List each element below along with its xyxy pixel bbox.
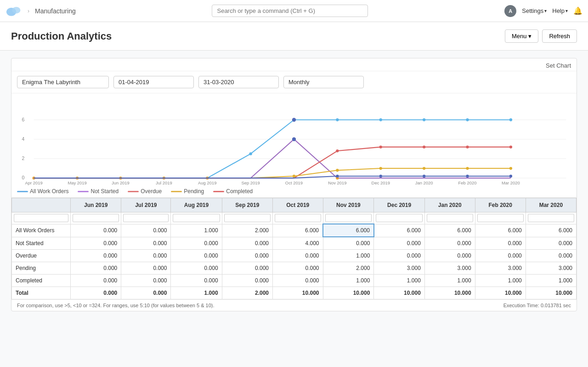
cell-value[interactable]: 6.000 bbox=[273, 224, 323, 237]
filter-input-nov2019[interactable] bbox=[325, 214, 372, 222]
filter-input-oct2019[interactable] bbox=[275, 214, 321, 222]
table-row: Not Started0.0000.0000.0000.0004.0000.00… bbox=[12, 237, 577, 250]
cell-value[interactable]: 0.000 bbox=[171, 237, 222, 250]
cell-value[interactable]: 1.000 bbox=[475, 275, 526, 287]
cell-value[interactable]: 1.000 bbox=[374, 275, 424, 287]
cell-value[interactable]: 0.000 bbox=[323, 237, 374, 250]
product-filter[interactable] bbox=[17, 76, 109, 88]
cell-value[interactable]: 0.000 bbox=[273, 262, 323, 275]
help-caret-icon: ▾ bbox=[565, 8, 568, 13]
menu-caret-icon: ▾ bbox=[528, 33, 531, 40]
search-input[interactable] bbox=[212, 5, 368, 17]
legend-completed[interactable]: Completed bbox=[213, 188, 253, 195]
period-filter[interactable] bbox=[283, 76, 364, 88]
table-filter-row bbox=[12, 212, 577, 224]
cell-value[interactable]: 0.000 bbox=[121, 224, 171, 237]
cell-value[interactable]: 6.000 bbox=[374, 224, 424, 237]
card-footer: For comparison, use >5, <10 or =324. For… bbox=[11, 299, 577, 311]
cell-value[interactable]: 4.000 bbox=[273, 237, 323, 250]
cell-value[interactable]: 3.000 bbox=[374, 262, 424, 275]
filter-input-feb2020[interactable] bbox=[477, 214, 524, 222]
settings-button[interactable]: Settings ▾ bbox=[522, 7, 547, 14]
cell-value[interactable]: 0.000 bbox=[424, 237, 475, 250]
cell-value[interactable]: 0.000 bbox=[222, 237, 272, 250]
cell-value[interactable]: 0.000 bbox=[121, 275, 171, 287]
svg-point-32 bbox=[466, 118, 469, 121]
cell-value[interactable]: 0.000 bbox=[273, 275, 323, 287]
cell-value[interactable]: 6.000 bbox=[424, 224, 475, 237]
cell-value[interactable]: 0.000 bbox=[273, 250, 323, 262]
cell-value[interactable]: 0.000 bbox=[71, 224, 121, 237]
table-total-row: Total0.0000.0001.0002.00010.00010.00010.… bbox=[12, 287, 577, 299]
cell-value[interactable]: 0.000 bbox=[171, 262, 222, 275]
table-row: Overdue0.0000.0000.0000.0000.0001.0000.0… bbox=[12, 250, 577, 262]
cell-value[interactable]: 0.000 bbox=[171, 250, 222, 262]
cell-value[interactable]: 1.000 bbox=[424, 275, 475, 287]
refresh-button[interactable]: Refresh bbox=[542, 29, 577, 43]
cell-value[interactable]: 0.000 bbox=[121, 262, 171, 275]
svg-point-27 bbox=[249, 152, 252, 155]
set-chart-button[interactable]: Set Chart bbox=[546, 62, 571, 69]
filter-input-sep2019[interactable] bbox=[224, 214, 271, 222]
filter-input-jul2019[interactable] bbox=[123, 214, 169, 222]
topbar: › Manufacturing A Settings ▾ Help ▾ 🔔 bbox=[0, 0, 588, 22]
cell-value[interactable]: 0.000 bbox=[71, 275, 121, 287]
cell-value[interactable]: 6.000 bbox=[475, 224, 526, 237]
menu-button[interactable]: Menu ▾ bbox=[505, 29, 539, 43]
cell-value[interactable]: 3.000 bbox=[475, 262, 526, 275]
table-row: All Work Orders0.0000.0001.0002.0006.000… bbox=[12, 224, 577, 237]
cell-value[interactable]: 0.000 bbox=[121, 250, 171, 262]
date-to-filter[interactable] bbox=[198, 76, 279, 88]
legend-pending[interactable]: Pending bbox=[171, 188, 204, 195]
svg-point-40 bbox=[509, 145, 512, 148]
cell-value[interactable]: 0.000 bbox=[71, 250, 121, 262]
legend-label-all: All Work Orders bbox=[30, 188, 68, 195]
cell-value[interactable]: 2.000 bbox=[222, 224, 272, 237]
cell-value[interactable]: 0.000 bbox=[424, 250, 475, 262]
cell-value[interactable]: 3.000 bbox=[424, 262, 475, 275]
cell-value[interactable]: 1.000 bbox=[171, 224, 222, 237]
cell-value[interactable]: 0.000 bbox=[222, 275, 272, 287]
cell-value[interactable]: 1.000 bbox=[323, 250, 374, 262]
set-chart-row: Set Chart bbox=[11, 58, 577, 71]
cell-value[interactable]: 0.000 bbox=[71, 262, 121, 275]
total-value: 1.000 bbox=[171, 287, 222, 299]
cell-value[interactable]: 3.000 bbox=[526, 262, 576, 275]
col-header-dec2019: Dec 2019 bbox=[374, 198, 424, 212]
cell-label: Completed bbox=[12, 275, 71, 287]
filter-cell-jul2019 bbox=[121, 212, 171, 224]
filter-input-aug2019[interactable] bbox=[173, 214, 220, 222]
svg-point-46 bbox=[509, 167, 512, 170]
cell-value[interactable]: 0.000 bbox=[526, 237, 576, 250]
help-button[interactable]: Help ▾ bbox=[552, 7, 568, 14]
notification-icon[interactable]: 🔔 bbox=[573, 6, 582, 15]
cell-value[interactable]: 0.000 bbox=[222, 250, 272, 262]
legend-all[interactable]: All Work Orders bbox=[17, 188, 68, 195]
filter-input-dec2019[interactable] bbox=[376, 214, 422, 222]
cell-value[interactable]: 0.000 bbox=[526, 250, 576, 262]
breadcrumb-chevron: › bbox=[28, 8, 29, 14]
cell-value[interactable]: 6.000 bbox=[323, 224, 374, 237]
cell-value[interactable]: 0.000 bbox=[374, 250, 424, 262]
filter-input-label[interactable] bbox=[14, 214, 68, 222]
cell-value[interactable]: 0.000 bbox=[374, 237, 424, 250]
svg-point-28 bbox=[292, 118, 296, 121]
cell-value[interactable]: 0.000 bbox=[222, 262, 272, 275]
cell-value[interactable]: 6.000 bbox=[526, 224, 576, 237]
cell-value[interactable]: 1.000 bbox=[323, 275, 374, 287]
svg-point-51 bbox=[509, 175, 512, 178]
cell-value[interactable]: 1.000 bbox=[526, 275, 576, 287]
legend-not-started[interactable]: Not Started bbox=[78, 188, 119, 195]
cell-value[interactable]: 0.000 bbox=[121, 237, 171, 250]
total-value: 2.000 bbox=[222, 287, 272, 299]
date-from-filter[interactable] bbox=[113, 76, 194, 88]
cell-value[interactable]: 0.000 bbox=[475, 250, 526, 262]
cell-value[interactable]: 2.000 bbox=[323, 262, 374, 275]
filter-input-jun2019[interactable] bbox=[73, 214, 119, 222]
cell-value[interactable]: 0.000 bbox=[475, 237, 526, 250]
filter-input-jan2020[interactable] bbox=[427, 214, 473, 222]
cell-value[interactable]: 0.000 bbox=[171, 275, 222, 287]
filter-input-mar2020[interactable] bbox=[528, 214, 574, 222]
legend-overdue[interactable]: Overdue bbox=[128, 188, 162, 195]
cell-value[interactable]: 0.000 bbox=[71, 237, 121, 250]
